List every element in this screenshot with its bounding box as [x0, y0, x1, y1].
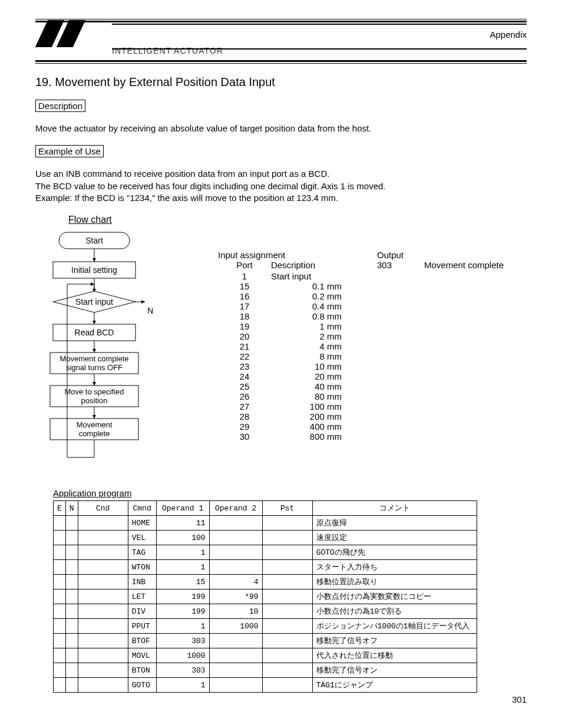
cell-cmnd: LET [128, 589, 156, 604]
cell-op1: 100 [156, 531, 209, 545]
cell-e [54, 678, 66, 693]
example-label: Example of Use [35, 145, 104, 157]
cell-cnd [78, 619, 128, 634]
io-port: 25 [218, 381, 271, 391]
flowchart-title: Flow chart [68, 215, 527, 225]
table-row: DIV19910小数点付けの為10で割る [54, 604, 477, 619]
io-row: 202 mm [218, 331, 527, 341]
cell-n [65, 678, 78, 693]
io-row: 28200 mm [218, 411, 527, 421]
cell-n [65, 589, 78, 604]
cell-n [65, 648, 78, 663]
brand-rule-top [112, 24, 527, 25]
cell-pst [262, 663, 312, 678]
rule-header-thick [35, 60, 527, 62]
io-desc: 40 mm [271, 381, 377, 391]
cell-cnd [78, 545, 128, 560]
input-assignment-header: Input assignment [218, 250, 377, 260]
cell-pst [262, 531, 312, 545]
io-desc: 0.4 mm [271, 301, 377, 311]
th-n: N [65, 501, 78, 516]
cell-n [65, 560, 78, 575]
table-row: BTON303移動完了信号オン [54, 663, 477, 678]
cell-comment: GOTOの飛び先 [312, 545, 477, 560]
cell-cmnd: DIV [128, 604, 156, 619]
io-desc: 100 mm [271, 401, 377, 411]
example-line: Use an INB command to receive position d… [35, 169, 329, 179]
flow-decision: Start input [75, 297, 113, 307]
cell-op2: 10 [209, 604, 262, 619]
cell-e [54, 545, 66, 560]
io-port: 28 [218, 411, 271, 421]
io-row: 170.4 mm [218, 301, 527, 311]
cell-op1: 1000 [156, 648, 209, 663]
io-desc: 400 mm [271, 421, 377, 431]
cell-op1: 1 [156, 678, 209, 693]
flow-off2: signal turns OFF [66, 363, 123, 372]
section-title: 19. Movement by External Position Data I… [35, 75, 527, 89]
output-port: 303 [377, 260, 424, 270]
cell-op1: 1 [156, 560, 209, 575]
cell-op2 [209, 531, 262, 545]
io-row: 191 mm [218, 321, 527, 331]
cell-cnd [78, 589, 128, 604]
cell-op2 [209, 663, 262, 678]
io-row: 27100 mm [218, 401, 527, 411]
th-cmnd: Cmnd [128, 501, 156, 516]
cell-comment: 移動位置読み取り [312, 575, 477, 589]
brand-rule-bottom [112, 48, 527, 50]
cell-e [54, 648, 66, 663]
cell-e [54, 589, 66, 604]
io-desc: 1 mm [271, 321, 377, 331]
th-com: コメント [312, 501, 477, 516]
appendix-label: Appendix [490, 29, 527, 39]
io-desc: 2 mm [271, 331, 377, 341]
table-row: TAG1GOTOの飛び先 [54, 545, 477, 560]
cell-cmnd: WTON [128, 560, 156, 575]
io-port: 19 [218, 321, 271, 331]
cell-n [65, 575, 78, 589]
th-e: E [54, 501, 66, 516]
cell-e [54, 663, 66, 678]
table-row: PPUT11000ポジションナンバ1000の1軸目にデータ代入 [54, 619, 477, 634]
cell-cmnd: GOTO [128, 678, 156, 693]
cell-comment: TAG1にジャンプ [312, 678, 477, 693]
io-port: 21 [218, 341, 271, 351]
flow-init: Initial setting [71, 265, 117, 275]
cell-n [65, 663, 78, 678]
flow-move1: Move to specified [64, 387, 124, 396]
flowchart: Start Initial setting Start input N Read… [35, 228, 159, 481]
io-row: 2310 mm [218, 361, 527, 371]
io-desc: 20 mm [271, 371, 377, 381]
flow-move2: position [81, 396, 108, 405]
cell-op1: 15 [156, 575, 209, 589]
flow-done2: complete [79, 429, 110, 438]
cell-op2 [209, 678, 262, 693]
io-row: 214 mm [218, 341, 527, 351]
rule-top-thin [35, 19, 527, 19]
io-port: 1 [218, 271, 271, 281]
io-desc: 80 mm [271, 391, 377, 401]
cell-cmnd: TAG [128, 545, 156, 560]
table-row: VEL100速度設定 [54, 531, 477, 545]
cell-op2 [209, 545, 262, 560]
cell-n [65, 634, 78, 648]
cell-comment: 代入された位置に移動 [312, 648, 477, 663]
cell-cnd [78, 575, 128, 589]
cell-e [54, 619, 66, 634]
cell-op2: 4 [209, 575, 262, 589]
cell-e [54, 560, 66, 575]
cell-cnd [78, 634, 128, 648]
cell-pst [262, 516, 312, 531]
io-desc: 4 mm [271, 341, 377, 351]
table-row: HOME11原点復帰 [54, 516, 477, 531]
cell-cmnd: VEL [128, 531, 156, 545]
cell-op2: *99 [209, 589, 262, 604]
brand-text: INTELLIGENT ACTUATOR [112, 46, 223, 55]
table-row: BTOF303移動完了信号オフ [54, 634, 477, 648]
port-header: Port [218, 260, 271, 270]
example-text: Use an INB command to receive position d… [35, 168, 527, 204]
cell-pst [262, 575, 312, 589]
cell-op2 [209, 648, 262, 663]
table-row: WTON1スタート入力待ち [54, 560, 477, 575]
